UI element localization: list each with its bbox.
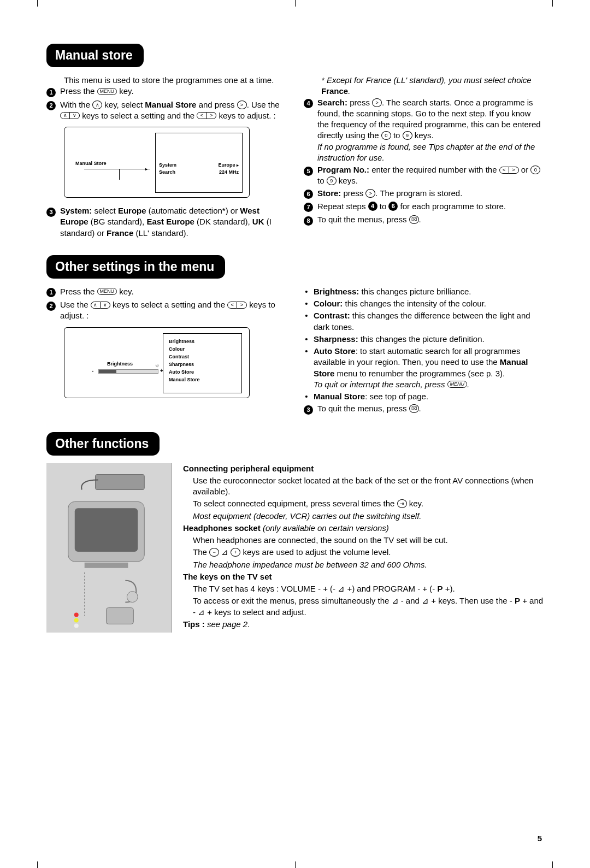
nine-key-icon: 9 [403,131,412,140]
headphones-p1: When headphones are connected, the sound… [183,535,544,546]
heading-other-settings: Other settings in the menu [46,255,225,279]
step-num-4: 4 [304,99,313,108]
list-item: Colour [169,346,236,352]
minus-key-icon: − [209,548,219,557]
tips-text: see page 2. [205,619,250,629]
step-3: System: select Europe (automatic detecti… [60,205,286,239]
connecting-note: Most equipment (decoder, VCR) carries ou… [193,511,422,521]
right-key-icon: > [237,101,247,109]
step-3-note: * Except for France (LL' standard), you … [321,75,532,96]
manual-store-col-right: * Except for France (LL' standard), you … [304,75,544,240]
svg-point-6 [74,612,79,617]
osd-brightness-label: Brightness [107,361,133,367]
osd-label: Manual Store [75,160,107,167]
step-8: To quit the menus, press ⌧. [317,214,544,226]
svg-point-8 [74,623,79,628]
step-num-7: 7 [304,203,313,212]
left-key-icon: < [197,112,206,119]
headphones-heading-note: (only available on certain versions) [261,523,389,533]
list-item: Manual Store [169,376,236,383]
step-5: Program No.: enter the required number w… [317,164,544,187]
up-key-icon: ∧ [91,302,101,309]
step-num-8: 8 [304,216,313,226]
up-key-icon: ∧ [60,112,70,119]
step-num-2: 2 [46,302,56,311]
menu-key-icon: MENU [97,288,117,295]
list-item: Contrast [169,353,236,360]
svg-rect-5 [107,607,134,624]
volume-icon: ⊿ [422,596,429,605]
volume-icon: ⊿ [392,596,399,605]
svg-rect-2 [75,508,138,552]
volume-icon: ⊿ [198,607,205,617]
right-key-icon: > [509,167,519,174]
down-key-icon: ∨ [101,302,110,309]
os-step-2: Use the ∧∨ keys to select a setting and … [60,299,286,322]
zero-key-icon: 0 [530,166,540,174]
bullet-manualstore: Manual Store: see top of page. [314,391,544,402]
left-key-icon: < [499,167,509,174]
tips-label: Tips : [183,619,205,629]
step-num-3: 3 [304,405,313,415]
other-functions-text: Connecting peripheral equipment Use the … [183,463,544,630]
menu-key-icon: MENU [97,88,117,95]
heading-manual-store: Manual store [46,44,144,67]
connecting-p1: Use the euroconnector socket located at … [183,475,544,498]
svg-point-4 [127,591,138,602]
osd-system-value: Europe [218,162,235,168]
av-key-icon: ⇥ [397,499,407,508]
right-key-icon: > [365,189,375,198]
list-item: Auto Store [169,369,236,375]
nine-key-icon: 9 [327,176,337,185]
bullet-colour: Colour: this changes the intensity of th… [314,298,544,309]
list-item: Brightness [169,338,236,345]
svg-rect-3 [85,563,128,568]
exit-key-icon: ⌧ [409,404,419,413]
headphones-heading: Headphones socket [183,523,261,533]
bullet-sharpness: Sharpness: this changes the picture defi… [314,334,544,345]
tvkeys-heading: The keys on the TV set [183,572,272,581]
peripheral-illustration [46,463,172,633]
svg-point-7 [74,618,79,622]
down-key-icon: ∨ [70,112,80,119]
zero-key-icon: 0 [381,131,391,140]
right-key-icon: > [237,302,247,309]
osd-menu-list: Brightness Colour Contrast Sharpness Aut… [163,333,242,393]
osd-screen-settings: Brightness ☼ - + Brightness Colour Contr… [64,327,250,398]
volume-icon: ⊿ [221,547,228,557]
step-1: Press the MENU key. [60,86,286,98]
step-num-5: 5 [304,167,313,176]
sun-icon: ☼ [155,362,160,369]
step-6: Store: press >. The program is stored. [317,188,544,200]
step-num-1: 1 [46,288,56,297]
osd-search-value: 224 MHz [219,169,239,175]
exit-key-icon: ⌧ [409,215,419,224]
heading-other-functions: Other functions [46,432,160,456]
volume-icon: ⊿ [338,584,345,593]
step-num-1: 1 [46,88,56,97]
right-key-icon: > [372,98,382,107]
bullet-brightness: Brightness: this changes picture brillia… [314,286,544,297]
step-7: Repeat steps 4 to 6 for each programme t… [317,201,544,213]
osd-system-label: System [159,162,176,169]
bullet-contrast: Contrast: this changes the difference be… [314,310,544,333]
os-step-1: Press the MENU key. [60,286,286,298]
connecting-p2: To select connected equipment, press sev… [183,498,544,509]
headphones-p2: The − ⊿ + keys are used to adjust the vo… [183,547,544,558]
intro-text: This menu is used to store the programme… [46,75,286,86]
triangle-icon: ▸ [145,167,148,173]
step-num-2: 2 [46,101,56,110]
osd-screen-manual-store: Manual Store ▸ SystemEurope ▸ Search224 … [64,127,250,198]
osd-slider [98,369,158,374]
step-2: With the ∧ key, select Manual Store and … [60,99,286,122]
other-settings-col-left: 1 Press the MENU key. 2 Use the ∧∨ keys … [46,286,286,417]
osd-search-label: Search [159,169,175,175]
step-4: Search: press >. The search starts. Once… [317,97,544,164]
menu-key-icon: MENU [447,381,468,388]
up-key-icon: ∧ [92,101,102,109]
left-key-icon: < [227,302,237,309]
manual-store-col-left: This menu is used to store the programme… [46,75,286,240]
other-settings-col-right: •Brightness: this changes picture brilli… [304,286,544,417]
page-number: 5 [538,833,542,844]
os-step-3: To quit the menus, press ⌧. [317,403,544,415]
